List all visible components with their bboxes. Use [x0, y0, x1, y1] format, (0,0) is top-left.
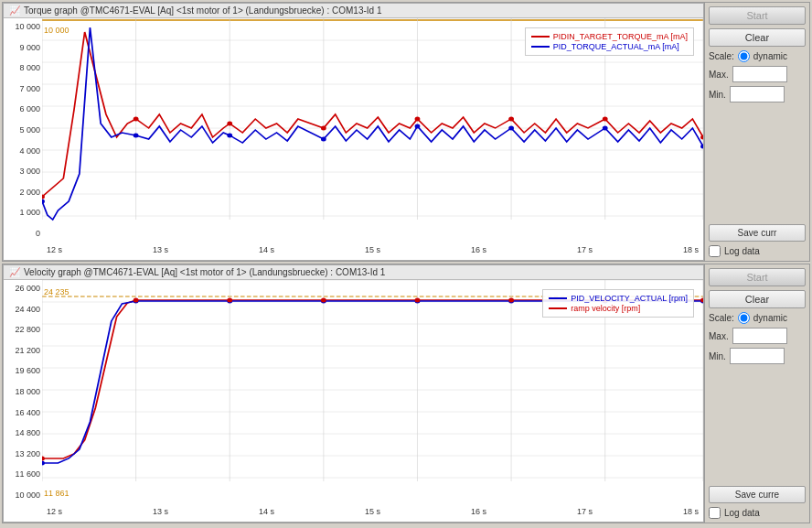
torque-scale-label: Scale:	[709, 51, 734, 61]
velocity-scale-radio[interactable]	[738, 312, 750, 324]
velocity-clear-button[interactable]: Clear	[709, 290, 806, 308]
torque-log-row: Log data	[709, 245, 806, 257]
torque-max-input[interactable]	[732, 66, 787, 82]
svg-point-26	[700, 145, 703, 149]
svg-point-64	[227, 298, 232, 303]
velocity-max-input[interactable]	[732, 328, 787, 344]
torque-min-row: Min.	[709, 86, 806, 102]
velocity-legend-item-2: ramp velocity [rpm]	[549, 304, 688, 313]
velocity-save-button[interactable]: Save curre	[709, 486, 806, 503]
svg-point-23	[415, 124, 421, 129]
velocity-legend-label-1: PID_VELOCITY_ACTUAL [rpm]	[571, 294, 688, 303]
torque-clear-button[interactable]: Clear	[709, 28, 806, 47]
torque-panel: 📈 Torque graph @TMC4671-EVAL [Aq] <1st m…	[2, 2, 810, 262]
svg-point-63	[134, 298, 139, 303]
torque-min-label: Min.	[709, 90, 726, 100]
svg-point-67	[508, 298, 514, 303]
torque-legend-item-1: PIDIN_TARGET_TORQUE_mA [mA]	[531, 32, 688, 41]
velocity-min-input[interactable]	[730, 348, 785, 364]
torque-title-text: Torque graph @TMC4671-EVAL [Aq] <1st mot…	[24, 5, 381, 16]
velocity-legend-item-1: PID_VELOCITY_ACTUAL [rpm]	[549, 294, 688, 303]
svg-point-54	[42, 461, 45, 466]
velocity-title-text: Velocity graph @TMC4671-EVAL [Aq] <1st m…	[24, 267, 385, 277]
torque-min-input[interactable]	[730, 86, 785, 102]
velocity-panel: 📈 Velocity graph @TMC4671-EVAL [Aq] <1st…	[2, 264, 810, 523]
torque-legend-item-2: PID_TORQUE_ACTUAL_mA [mA]	[531, 42, 688, 51]
torque-start-button[interactable]: Start	[709, 6, 806, 25]
graph-icon-2: 📈	[9, 267, 20, 277]
torque-max-row: Max.	[709, 66, 806, 82]
velocity-log-label: Log data	[724, 508, 760, 518]
torque-legend-line-1	[531, 36, 550, 38]
velocity-scale-row: Scale: dynamic	[709, 312, 806, 324]
torque-chart-container: 10 000 9 000 8 000 7 000 6 000 5 000 4 0…	[4, 18, 703, 256]
velocity-legend-label-2: ramp velocity [rpm]	[571, 304, 640, 313]
torque-legend-line-2	[531, 46, 550, 48]
torque-legend-label-2: PID_TORQUE_ACTUAL_mA [mA]	[553, 42, 679, 51]
torque-legend: PIDIN_TARGET_TORQUE_mA [mA] PID_TORQUE_A…	[525, 27, 694, 56]
velocity-y-axis: 26 000 24 400 22 800 21 200 19 600 18 00…	[4, 280, 42, 518]
svg-point-22	[321, 137, 326, 142]
velocity-chart-container: 26 000 24 400 22 800 21 200 19 600 18 00…	[4, 280, 703, 518]
svg-point-30	[321, 126, 326, 131]
velocity-max-line-label: 24 235	[44, 287, 69, 296]
velocity-max-row: Max.	[709, 328, 806, 344]
svg-point-19	[42, 199, 45, 204]
svg-point-32	[508, 117, 514, 122]
velocity-scale-option: dynamic	[753, 313, 787, 323]
torque-log-checkbox[interactable]	[709, 245, 721, 257]
torque-log-label: Log data	[724, 246, 760, 256]
svg-point-21	[227, 134, 232, 138]
svg-point-34	[700, 135, 703, 140]
torque-legend-label-1: PIDIN_TARGET_TORQUE_mA [mA]	[553, 32, 688, 41]
velocity-graph-area: 📈 Velocity graph @TMC4671-EVAL [Aq] <1st…	[3, 264, 704, 523]
svg-point-25	[603, 126, 608, 131]
velocity-legend-line-2	[549, 307, 567, 309]
velocity-max-label: Max.	[709, 331, 729, 341]
torque-graph-area: 📈 Torque graph @TMC4671-EVAL [Aq] <1st m…	[3, 3, 704, 261]
velocity-x-axis: 12 s 13 s 14 s 15 s 16 s 17 s 18 s	[42, 507, 703, 516]
svg-point-66	[415, 298, 421, 303]
torque-scale-row: Scale: dynamic	[709, 50, 806, 62]
velocity-legend: PID_VELOCITY_ACTUAL [rpm] ramp velocity …	[542, 289, 694, 318]
velocity-graph-title: 📈 Velocity graph @TMC4671-EVAL [Aq] <1st…	[4, 265, 703, 280]
torque-scale-option: dynamic	[753, 51, 787, 61]
svg-point-24	[508, 126, 514, 131]
torque-save-button[interactable]: Save curr	[709, 224, 806, 242]
torque-x-axis: 12 s 13 s 14 s 15 s 16 s 17 s 18 s	[42, 245, 703, 254]
torque-max-line-label: 10 000	[44, 26, 69, 35]
velocity-controls: Start Clear Scale: dynamic Max. Min. Sav…	[704, 264, 809, 523]
torque-chart-plot: 10 000	[42, 18, 703, 256]
svg-point-33	[603, 117, 608, 122]
svg-point-20	[134, 134, 139, 138]
torque-controls: Start Clear Scale: dynamic Max. Min. Sav…	[704, 3, 809, 261]
torque-graph-title: 📈 Torque graph @TMC4671-EVAL [Aq] <1st m…	[4, 4, 703, 18]
velocity-min-label: Min.	[709, 351, 726, 361]
velocity-chart-plot: 24 235 11 861	[42, 280, 703, 518]
svg-point-31	[415, 117, 421, 122]
velocity-log-checkbox[interactable]	[709, 507, 721, 519]
svg-point-62	[42, 457, 45, 461]
velocity-scale-label: Scale:	[709, 313, 734, 323]
velocity-start-button[interactable]: Start	[709, 268, 806, 286]
velocity-legend-line-1	[549, 297, 567, 299]
svg-point-29	[227, 122, 232, 126]
torque-scale-radio[interactable]	[738, 50, 750, 62]
graph-icon: 📈	[9, 5, 20, 16]
velocity-log-row: Log data	[709, 507, 806, 519]
svg-point-65	[321, 298, 326, 303]
velocity-min-row: Min.	[709, 348, 806, 364]
svg-point-28	[134, 117, 139, 122]
velocity-min-line-label: 11 861	[44, 489, 69, 498]
torque-y-axis: 10 000 9 000 8 000 7 000 6 000 5 000 4 0…	[4, 18, 42, 256]
torque-max-label: Max.	[709, 70, 729, 80]
